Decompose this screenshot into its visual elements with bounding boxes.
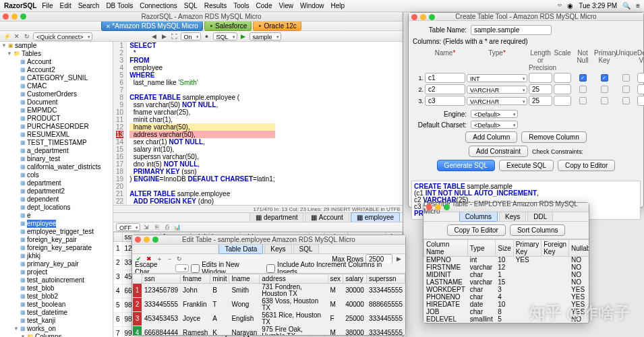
notifications-icon[interactable]: ≡ [636,2,640,9]
run-icon[interactable]: ▶ [239,32,247,40]
notnull-check[interactable]: ✓ [579,74,587,82]
zoom-icon[interactable] [20,13,26,20]
close-icon[interactable] [411,14,417,20]
db-tree[interactable]: ▼▣sample ▼📁Tables ▦Account▦Account2▦CATE… [0,42,113,337]
pk-check[interactable] [601,97,608,104]
tree-table-item[interactable]: Document [27,98,58,106]
sql-editor[interactable]: 12345678910111213141516171819202122 SELE… [113,42,403,205]
rtab-employee[interactable]: ▦ employee [351,212,400,222]
tree-table-item[interactable]: test_datetime [27,309,67,317]
include-ai-check[interactable] [266,264,275,273]
engine-select[interactable]: <Default> [471,110,518,118]
edit-tab-data[interactable]: Table Data [218,244,263,254]
col-len-input[interactable] [529,84,552,94]
col-name-input[interactable] [425,84,465,94]
minimize-icon[interactable] [144,237,150,243]
col-type-select[interactable]: VARCHAR [467,86,527,94]
commit-icon[interactable]: ● [203,32,211,40]
chart-icon[interactable]: 📊 [173,223,181,231]
col-name-input[interactable] [425,96,465,106]
wifi-icon[interactable]: ◉ [567,2,573,9]
print-icon[interactable]: ⎙ [163,223,171,231]
pk-check[interactable] [601,86,608,93]
tree-table-item[interactable]: department2 [27,187,65,195]
add-constraint-button[interactable]: Add Constraint [469,146,528,157]
tree-table-item[interactable]: cols [27,171,39,179]
col-scale-input[interactable] [554,96,571,106]
fullscreen-icon[interactable]: ⛶ [171,32,179,40]
execute-sql-button[interactable]: Execute SQL [499,160,554,171]
tree-table-item[interactable]: Account [27,58,51,66]
connect-icon[interactable]: ⚡ [3,32,11,40]
menu-file[interactable]: File [42,2,53,9]
menu-window[interactable]: Window [300,2,324,9]
conn-tab-oracle[interactable]: ⚬ Oracle 12c [253,21,301,31]
tree-table-item[interactable]: binary_test [27,155,60,163]
zoom-icon[interactable] [429,14,435,20]
menu-help[interactable]: Help [331,2,345,9]
clock[interactable]: Tue 3:29 PM [579,2,617,9]
tree-table-item[interactable]: employee_trigger_test [27,228,94,236]
tree-table-item[interactable]: department [27,179,61,187]
tree-table-item[interactable]: EMPMDC [27,106,57,115]
menu-view[interactable]: View [279,2,293,9]
minimize-icon[interactable] [435,204,441,210]
refresh-icon[interactable]: ↻ [23,32,31,40]
zoom-icon[interactable] [152,237,158,243]
col-len-input[interactable] [529,73,552,83]
tree-table-item[interactable]: employee [27,220,56,228]
tree-table-item[interactable]: dependent [27,195,59,204]
col-type-select[interactable]: INT [467,74,527,82]
minimize-icon[interactable] [11,13,18,20]
unique-check[interactable] [622,97,630,104]
col-type-select[interactable]: VARCHAR [467,97,527,105]
tree-table-item[interactable]: project [27,268,47,276]
remove-column-button[interactable]: Remove Column [521,131,586,143]
tree-table-item[interactable]: a_department [27,147,69,155]
close-icon[interactable] [135,237,141,243]
tree-table-item[interactable]: test_kanji [27,317,55,325]
col-name-input[interactable] [425,73,465,83]
menu-search[interactable]: Search [78,2,100,9]
tree-table-item[interactable]: california_water_districts [27,163,101,171]
nav-left-icon[interactable]: ◀ [150,32,158,40]
export-icon[interactable]: ⇲ [142,223,150,231]
charset-select[interactable]: <Default> [471,121,518,129]
close-icon[interactable] [3,13,9,20]
tree-table-item[interactable]: CATEGORY_SUNIL [27,74,88,82]
conn-tab-salesforce[interactable]: ⚬ Salesforce [204,21,252,31]
desc-grid[interactable]: Column NameTypeSizePrimary KeyForeign Ke… [423,239,589,323]
schema-select[interactable]: sample [250,32,281,40]
desc-sort-button[interactable]: Sort Columns [510,224,566,236]
tree-table-item[interactable]: foreign_key_pair [27,236,77,244]
tree-works-cols[interactable]: Columns [35,333,61,337]
add-column-button[interactable]: Add Column [465,131,517,143]
tree-table-item[interactable]: test_blob2 [27,293,58,301]
close-icon[interactable] [426,204,432,210]
minimize-icon[interactable] [420,14,426,20]
tree-table-item[interactable]: e [27,212,31,220]
menu-edit[interactable]: Edit [59,2,71,9]
tablename-input[interactable] [471,25,552,35]
tree-table-item[interactable]: jkhkj [27,252,40,260]
autocommit-select[interactable]: On [181,32,201,40]
menu-sql[interactable]: SQL [184,2,198,9]
desc-copy-button[interactable]: Copy To Editor [447,224,506,236]
rtab-department[interactable]: ▦ department [250,212,303,222]
tree-table-item[interactable]: CustomerOrders [27,90,77,98]
default-input[interactable] [637,96,644,106]
tree-table-item[interactable]: test_autoincrement [27,276,84,284]
tree-table-item[interactable]: works_on [27,325,56,333]
filter-select[interactable]: OFF [116,223,140,231]
bluetooth-icon[interactable]: ⌔ [558,2,562,9]
tree-table-item[interactable]: TEST_TIMESTAMP [27,139,87,147]
col-scale-input[interactable] [554,73,571,83]
tree-table-item[interactable]: primary_key_pair [27,260,79,268]
notnull-check[interactable] [579,97,587,104]
lang-select[interactable]: SQL [213,32,237,40]
nav-right-icon[interactable]: ▶ [160,32,169,40]
tree-table-item[interactable]: RESUMEXML [27,131,69,139]
edit-tab-keys[interactable]: Keys [264,244,291,254]
tree-tables[interactable]: Tables [22,50,41,58]
col-scale-input[interactable] [554,84,571,94]
